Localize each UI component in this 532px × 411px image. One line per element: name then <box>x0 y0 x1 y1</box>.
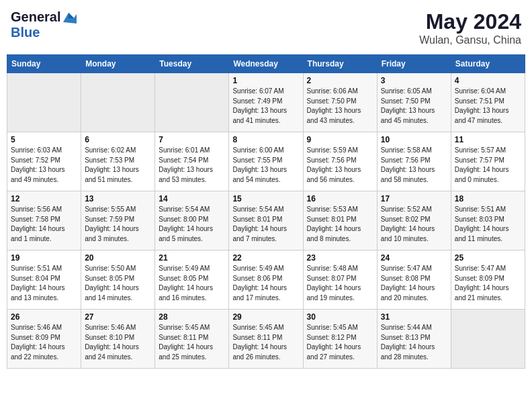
day-number: 10 <box>381 135 447 144</box>
calendar-cell: 31Sunrise: 5:44 AMSunset: 8:13 PMDayligh… <box>377 310 451 369</box>
calendar-cell: 17Sunrise: 5:52 AMSunset: 8:02 PMDayligh… <box>377 191 451 250</box>
day-number: 28 <box>159 312 225 322</box>
calendar-cell: 6Sunrise: 6:02 AMSunset: 7:53 PMDaylight… <box>81 132 155 191</box>
logo-general: General <box>11 9 60 25</box>
day-number: 18 <box>455 194 521 203</box>
calendar-cell: 1Sunrise: 6:07 AMSunset: 7:49 PMDaylight… <box>229 73 303 132</box>
calendar-cell: 28Sunrise: 5:45 AMSunset: 8:11 PMDayligh… <box>155 310 229 369</box>
day-info: Sunrise: 6:07 AMSunset: 7:49 PMDaylight:… <box>232 87 299 126</box>
day-info: Sunrise: 5:51 AMSunset: 8:03 PMDaylight:… <box>455 205 521 244</box>
day-number: 17 <box>381 194 447 203</box>
day-info: Sunrise: 5:53 AMSunset: 8:01 PMDaylight:… <box>307 205 373 244</box>
day-info: Sunrise: 5:51 AMSunset: 8:04 PMDaylight:… <box>11 264 77 303</box>
day-number: 22 <box>232 253 299 263</box>
day-number: 20 <box>85 253 151 263</box>
page-header: General Blue May 2024 Wulan, Gansu, Chin… <box>7 7 525 49</box>
day-info: Sunrise: 6:04 AMSunset: 7:51 PMDaylight:… <box>455 87 521 126</box>
day-info: Sunrise: 6:01 AMSunset: 7:54 PMDaylight:… <box>159 146 225 185</box>
day-info: Sunrise: 5:48 AMSunset: 8:07 PMDaylight:… <box>307 264 373 303</box>
calendar-cell: 13Sunrise: 5:55 AMSunset: 7:59 PMDayligh… <box>81 191 155 250</box>
day-info: Sunrise: 5:46 AMSunset: 8:09 PMDaylight:… <box>11 323 77 362</box>
calendar-cell: 12Sunrise: 5:56 AMSunset: 7:58 PMDayligh… <box>7 191 81 250</box>
calendar-cell: 20Sunrise: 5:50 AMSunset: 8:05 PMDayligh… <box>81 250 155 310</box>
calendar-cell: 26Sunrise: 5:46 AMSunset: 8:09 PMDayligh… <box>7 310 81 369</box>
calendar-cell: 16Sunrise: 5:53 AMSunset: 8:01 PMDayligh… <box>303 191 377 250</box>
day-number: 1 <box>232 76 299 85</box>
day-info: Sunrise: 6:00 AMSunset: 7:55 PMDaylight:… <box>232 146 299 185</box>
day-info: Sunrise: 5:54 AMSunset: 8:00 PMDaylight:… <box>159 205 225 244</box>
calendar: SundayMondayTuesdayWednesdayThursdayFrid… <box>7 54 525 369</box>
calendar-cell: 15Sunrise: 5:54 AMSunset: 8:01 PMDayligh… <box>229 191 303 250</box>
calendar-cell: 3Sunrise: 6:05 AMSunset: 7:50 PMDaylight… <box>377 73 451 132</box>
logo: General Blue <box>11 9 77 40</box>
day-number: 21 <box>159 253 225 263</box>
day-number: 15 <box>232 194 299 203</box>
day-info: Sunrise: 6:05 AMSunset: 7:50 PMDaylight:… <box>381 87 447 126</box>
day-number: 14 <box>159 194 225 203</box>
day-number: 25 <box>455 253 521 263</box>
weekday-header-row: SundayMondayTuesdayWednesdayThursdayFrid… <box>7 55 525 73</box>
day-info: Sunrise: 5:55 AMSunset: 7:59 PMDaylight:… <box>85 205 151 244</box>
day-number: 4 <box>455 76 521 85</box>
day-info: Sunrise: 5:52 AMSunset: 8:02 PMDaylight:… <box>381 205 447 244</box>
day-info: Sunrise: 6:02 AMSunset: 7:53 PMDaylight:… <box>85 146 151 185</box>
calendar-cell: 10Sunrise: 5:58 AMSunset: 7:56 PMDayligh… <box>377 132 451 191</box>
day-info: Sunrise: 5:57 AMSunset: 7:57 PMDaylight:… <box>455 146 521 185</box>
calendar-cell: 21Sunrise: 5:49 AMSunset: 8:05 PMDayligh… <box>155 250 229 310</box>
day-info: Sunrise: 5:47 AMSunset: 8:09 PMDaylight:… <box>455 264 521 303</box>
day-info: Sunrise: 5:45 AMSunset: 8:11 PMDaylight:… <box>232 323 299 362</box>
calendar-cell: 2Sunrise: 6:06 AMSunset: 7:50 PMDaylight… <box>303 73 377 132</box>
calendar-cell: 29Sunrise: 5:45 AMSunset: 8:11 PMDayligh… <box>229 310 303 369</box>
calendar-cell: 23Sunrise: 5:48 AMSunset: 8:07 PMDayligh… <box>303 250 377 310</box>
day-info: Sunrise: 5:45 AMSunset: 8:12 PMDaylight:… <box>307 323 373 362</box>
calendar-cell <box>81 73 155 132</box>
calendar-cell: 4Sunrise: 6:04 AMSunset: 7:51 PMDaylight… <box>451 73 525 132</box>
weekday-header: Tuesday <box>155 55 229 73</box>
day-info: Sunrise: 5:54 AMSunset: 8:01 PMDaylight:… <box>232 205 299 244</box>
calendar-cell: 9Sunrise: 5:59 AMSunset: 7:56 PMDaylight… <box>303 132 377 191</box>
calendar-cell: 11Sunrise: 5:57 AMSunset: 7:57 PMDayligh… <box>451 132 525 191</box>
day-info: Sunrise: 5:59 AMSunset: 7:56 PMDaylight:… <box>307 146 373 185</box>
calendar-cell: 8Sunrise: 6:00 AMSunset: 7:55 PMDaylight… <box>229 132 303 191</box>
day-info: Sunrise: 5:49 AMSunset: 8:06 PMDaylight:… <box>232 264 299 303</box>
day-info: Sunrise: 6:06 AMSunset: 7:50 PMDaylight:… <box>307 87 373 126</box>
day-number: 3 <box>381 76 447 85</box>
weekday-header: Friday <box>377 55 451 73</box>
logo-icon <box>62 11 77 24</box>
calendar-cell: 7Sunrise: 6:01 AMSunset: 7:54 PMDaylight… <box>155 132 229 191</box>
calendar-week-row: 19Sunrise: 5:51 AMSunset: 8:04 PMDayligh… <box>7 250 525 310</box>
calendar-cell: 30Sunrise: 5:45 AMSunset: 8:12 PMDayligh… <box>303 310 377 369</box>
calendar-cell: 14Sunrise: 5:54 AMSunset: 8:00 PMDayligh… <box>155 191 229 250</box>
calendar-cell <box>155 73 229 132</box>
day-number: 8 <box>232 135 299 144</box>
weekday-header: Wednesday <box>229 55 303 73</box>
title-area: May 2024 Wulan, Gansu, China <box>419 9 521 46</box>
calendar-cell: 25Sunrise: 5:47 AMSunset: 8:09 PMDayligh… <box>451 250 525 310</box>
calendar-cell <box>451 310 525 369</box>
day-info: Sunrise: 5:47 AMSunset: 8:08 PMDaylight:… <box>381 264 447 303</box>
day-number: 13 <box>85 194 151 203</box>
location: Wulan, Gansu, China <box>419 34 521 46</box>
calendar-cell: 5Sunrise: 6:03 AMSunset: 7:52 PMDaylight… <box>7 132 81 191</box>
weekday-header: Monday <box>81 55 155 73</box>
day-number: 2 <box>307 76 373 85</box>
calendar-cell: 24Sunrise: 5:47 AMSunset: 8:08 PMDayligh… <box>377 250 451 310</box>
svg-marker-1 <box>69 13 74 18</box>
calendar-week-row: 12Sunrise: 5:56 AMSunset: 7:58 PMDayligh… <box>7 191 525 250</box>
calendar-week-row: 1Sunrise: 6:07 AMSunset: 7:49 PMDaylight… <box>7 73 525 132</box>
calendar-week-row: 5Sunrise: 6:03 AMSunset: 7:52 PMDaylight… <box>7 132 525 191</box>
day-number: 11 <box>455 135 521 144</box>
weekday-header: Thursday <box>303 55 377 73</box>
calendar-week-row: 26Sunrise: 5:46 AMSunset: 8:09 PMDayligh… <box>7 310 525 369</box>
day-number: 23 <box>307 253 373 263</box>
month-title: May 2024 <box>419 9 521 34</box>
day-number: 12 <box>11 194 77 203</box>
weekday-header: Saturday <box>451 55 525 73</box>
day-number: 9 <box>307 135 373 144</box>
calendar-cell <box>7 73 81 132</box>
day-number: 27 <box>85 312 151 322</box>
day-number: 26 <box>11 312 77 322</box>
day-number: 29 <box>232 312 299 322</box>
weekday-header: Sunday <box>7 55 81 73</box>
day-info: Sunrise: 5:45 AMSunset: 8:11 PMDaylight:… <box>159 323 225 362</box>
